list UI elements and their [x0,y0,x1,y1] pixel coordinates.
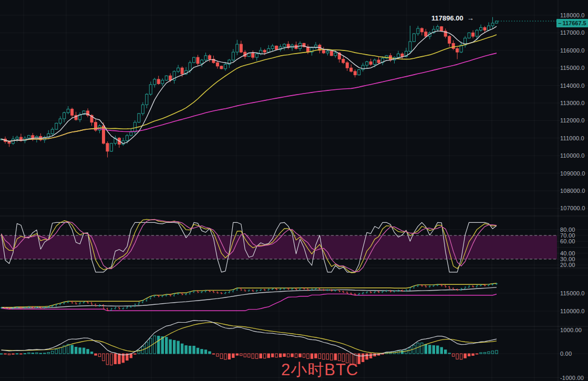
trading-chart-window: 119000.0118000.0117000.0116000.0115000.0… [0,0,588,381]
timeframe-watermark: 2小时BTC [281,359,358,381]
macd-histogram [0,336,498,365]
grid-lines [0,0,588,381]
arrow-right-icon: → [467,14,474,22]
chart-canvas[interactable] [0,0,588,381]
alert-price-text: 117896.00 [431,14,463,22]
moving-averages [2,26,497,143]
price-alert-annotation: 117896.00 → [431,14,474,22]
last-price-dash: – [558,20,561,26]
mini-price-panel [0,283,498,311]
candlesticks [0,17,498,157]
last-price-badge: – 117667.5 [556,19,588,27]
last-price-value: 117667.5 [562,20,586,26]
